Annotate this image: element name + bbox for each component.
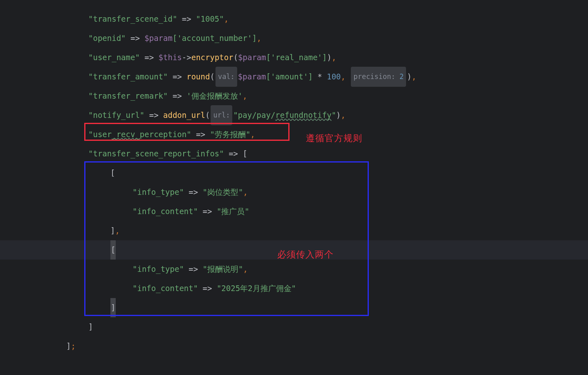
- array-index: ['account_number']: [173, 29, 257, 48]
- array-key: "info_content": [132, 202, 198, 221]
- array-key: "notify_url": [88, 106, 144, 125]
- close-bracket: ]: [110, 221, 115, 240]
- string-value: "2025年2月推广佣金": [217, 279, 296, 298]
- comma: ,: [412, 67, 416, 86]
- fat-arrow: =>: [144, 106, 163, 125]
- fat-arrow: =>: [191, 125, 210, 144]
- array-key: "transfer_amount": [88, 67, 168, 86]
- variable: $param: [144, 29, 173, 48]
- fat-arrow: =>: [184, 260, 203, 279]
- parameter-hint: url:: [211, 105, 232, 125]
- array-key: "transfer_scene_id": [88, 9, 177, 29]
- comma: ,: [250, 125, 255, 144]
- semicolon: ;: [71, 337, 75, 356]
- variable: $param: [238, 48, 266, 67]
- array-key: "info_type": [132, 183, 184, 202]
- array-key: "user_name": [88, 48, 140, 67]
- parameter-hint: precision: 2: [351, 67, 406, 87]
- comma: ,: [257, 29, 261, 48]
- open-bracket-matched: [: [110, 240, 116, 260]
- comma: ,: [341, 67, 350, 86]
- fat-arrow: =>: [198, 279, 217, 298]
- fat-arrow: =>: [198, 202, 217, 221]
- code-line[interactable]: "info_content" => "推广员": [0, 202, 588, 221]
- close-bracket: ]: [66, 337, 71, 356]
- comma: ,: [224, 9, 229, 29]
- fat-arrow: =>: [224, 144, 243, 163]
- fat-arrow: =>: [126, 29, 145, 48]
- fat-arrow: =>: [184, 183, 203, 202]
- comma: ,: [115, 221, 119, 240]
- comma: ,: [242, 86, 247, 106]
- parameter-hint: val:: [215, 67, 237, 87]
- number-literal: 2: [399, 72, 404, 81]
- string-value: "1005": [196, 9, 224, 29]
- open-paren: (: [210, 67, 214, 86]
- string-value: '佣金报酬发放': [186, 86, 242, 106]
- operator: *: [313, 67, 327, 86]
- string-value: "报酬说明": [203, 260, 243, 279]
- array-index: ['amount']: [266, 67, 312, 86]
- array-key: "info_content": [132, 279, 198, 298]
- variable: $this: [159, 48, 182, 67]
- code-line[interactable]: "user_name" => $this->encryptor($param['…: [0, 48, 588, 67]
- comma: ,: [243, 183, 248, 202]
- array-key: perception": [140, 125, 191, 144]
- close-paren: ): [336, 106, 341, 125]
- fat-arrow: =>: [168, 67, 186, 86]
- typo-underline: _recv_: [112, 125, 140, 144]
- code-line[interactable]: "transfer_remark" => '佣金报酬发放',: [0, 86, 588, 106]
- code-line[interactable]: ];: [0, 337, 588, 356]
- variable: $param: [238, 67, 266, 86]
- array-key: "openid": [88, 29, 126, 48]
- function-call: round: [186, 67, 210, 86]
- code-line[interactable]: "transfer_scene_id" => "1005",: [0, 9, 588, 29]
- code-line[interactable]: ]: [0, 317, 588, 337]
- annotation-text-blue: 必须传入两个: [277, 245, 334, 264]
- code-line[interactable]: "transfer_amount" => round(val:$param['a…: [0, 67, 588, 86]
- function-call: addon_url: [163, 106, 205, 125]
- open-paren: (: [233, 48, 238, 67]
- array-key: "transfer_scene_report_infos": [88, 144, 224, 163]
- code-line[interactable]: "notify_url" => addon_url(url:"pay/pay/r…: [0, 106, 588, 125]
- annotation-text-red: 遵循官方规则: [306, 129, 362, 148]
- code-line[interactable]: ]: [0, 298, 588, 317]
- comma: ,: [341, 106, 346, 125]
- code-line[interactable]: "user_recv_perception" => "劳务报酬",: [0, 125, 588, 144]
- fat-arrow: =>: [177, 9, 196, 29]
- array-index: ['real_name']: [266, 48, 327, 67]
- close-bracket-matched: ]: [110, 298, 116, 317]
- string-value: "pay/pay/: [233, 106, 275, 125]
- close-bracket: ]: [88, 317, 93, 337]
- string-value: "劳务报酬": [210, 125, 250, 144]
- code-line[interactable]: ],: [0, 221, 588, 240]
- string-link: refundnotify: [275, 106, 331, 125]
- code-line[interactable]: "info_type" => "岗位类型",: [0, 183, 588, 202]
- string-value: ": [332, 106, 336, 125]
- string-value: "推广员": [217, 202, 249, 221]
- code-editor[interactable]: "transfer_scene_id" => "1005", "openid" …: [0, 0, 588, 356]
- object-arrow: ->: [182, 48, 191, 67]
- open-bracket: [: [243, 144, 247, 163]
- code-line[interactable]: "transfer_scene_report_infos" => [: [0, 144, 588, 163]
- array-key: "transfer_remark": [88, 86, 168, 106]
- comma: ,: [243, 260, 248, 279]
- code-line[interactable]: "openid" => $param['account_number'],: [0, 29, 588, 48]
- close-paren: ): [407, 67, 411, 86]
- code-line[interactable]: [: [0, 163, 588, 183]
- method-call: encryptor: [191, 48, 233, 67]
- array-key: "info_type": [132, 260, 184, 279]
- array-key: "user: [88, 125, 112, 144]
- open-paren: (: [205, 106, 210, 125]
- open-bracket: [: [110, 163, 115, 183]
- fat-arrow: =>: [140, 48, 159, 67]
- close-paren: ): [327, 48, 331, 67]
- string-value: "岗位类型": [203, 183, 243, 202]
- fat-arrow: =>: [168, 86, 186, 106]
- comma: ,: [332, 48, 336, 67]
- number-literal: 100: [327, 67, 341, 86]
- code-line[interactable]: "info_content" => "2025年2月推广佣金": [0, 279, 588, 298]
